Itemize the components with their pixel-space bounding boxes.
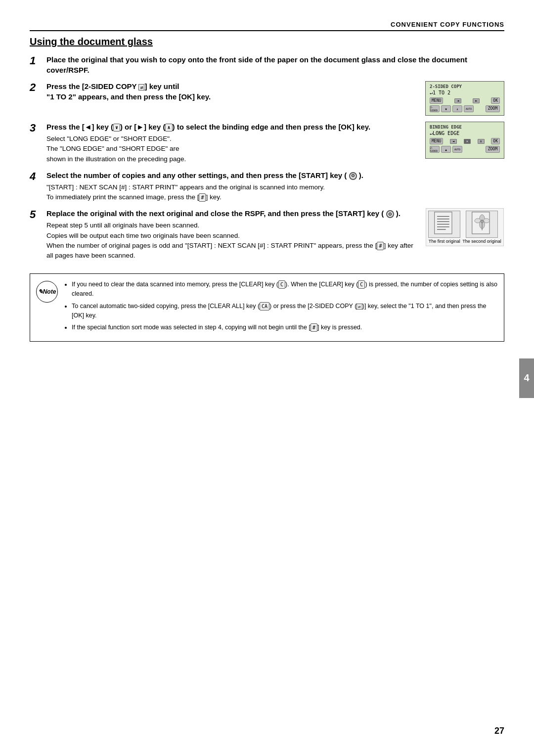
lcd2-ok-btn: OK	[491, 97, 500, 104]
svg-point-12	[481, 221, 483, 223]
lcd3-label: BINDING EDGE	[430, 125, 500, 130]
step-5-number: 5	[30, 208, 44, 221]
lcd2-btn3: ∧	[452, 105, 462, 112]
note-icon: ✎Note	[36, 281, 58, 303]
lcd3-right-btn: ✕	[464, 139, 471, 144]
step-3-bold: Press the [◄] key (∨) or [►] key (∧) to …	[46, 122, 420, 132]
step-1: 1 Place the original that you wish to co…	[30, 54, 504, 75]
lcd2-value: ↵1 TO 2	[430, 90, 500, 95]
step-4-content: Select the number of copies and any othe…	[44, 170, 504, 203]
chapter-tab: 4	[519, 358, 534, 398]
step-5-img-container: The first original	[426, 208, 504, 246]
step-5-text: Replace the original with the next origi…	[46, 208, 420, 261]
note-bullet-2: To cancel automatic two-sided copying, p…	[72, 302, 498, 320]
lcd3-up-btn: ∧	[478, 139, 485, 144]
note-box: ✎Note If you need to clear the data scan…	[30, 273, 504, 342]
step-1-bold: Place the original that you wish to copy…	[46, 54, 504, 75]
step-5-images: The first original	[425, 208, 504, 246]
header-title: CONVENIENT COPY FUNCTIONS	[391, 21, 504, 28]
svg-rect-0	[434, 212, 451, 234]
lcd3-value: ↵LONG EDGE	[430, 131, 500, 136]
step-5-bold: Replace the original with the next origi…	[46, 208, 420, 219]
lcd2-btn4: AUTO	[464, 105, 474, 112]
step-1-number: 1	[30, 54, 44, 67]
page-header: CONVENIENT COPY FUNCTIONS	[30, 20, 504, 31]
step-2: 2 Press the [2-SIDED COPY ⇌] key until "…	[30, 81, 504, 116]
lcd3-btn2: ▲	[441, 146, 451, 153]
step-2-content: Press the [2-SIDED COPY ⇌] key until "1 …	[44, 81, 504, 116]
second-original-label: The second original	[462, 239, 501, 244]
lcd2-btn2: ▼	[441, 105, 451, 112]
step-2-number: 2	[30, 81, 44, 94]
step-4: 4 Select the number of copies and any ot…	[30, 170, 504, 203]
lcd2-label: 2-SIDED COPY	[430, 84, 500, 89]
lcd2-btn1: 2-SIDED	[430, 105, 440, 112]
step-3-content: Press the [◄] key (∨) or [►] key (∧) to …	[44, 122, 504, 164]
step-5-normal: Repeat step 5 until all originals have b…	[46, 221, 420, 261]
step-2-text: Press the [2-SIDED COPY ⇌] key until "1 …	[46, 81, 420, 102]
first-original-img	[428, 211, 460, 238]
section-title: Using the document glass	[30, 36, 504, 47]
lcd3-left-btn: ◄	[450, 139, 457, 144]
lcd2-left-btn: ◄	[454, 98, 461, 103]
second-original-img	[466, 211, 498, 238]
lcd3-menu-btn: MENU	[430, 138, 443, 144]
step-3-text: Press the [◄] key (∨) or [►] key (∧) to …	[46, 122, 420, 164]
note-bullet-1: If you need to clear the data scanned in…	[72, 280, 498, 299]
steps-container: 1 Place the original that you wish to co…	[30, 54, 504, 267]
note-content: If you need to clear the data scanned in…	[64, 280, 498, 335]
lcd3-btn1: 2-SIDED	[430, 146, 440, 153]
step-5: 5 Replace the original with the next ori…	[30, 208, 504, 261]
first-original-label: The first original	[429, 239, 460, 244]
step-5-content: Replace the original with the next origi…	[44, 208, 504, 261]
step-2-lcd: 2-SIDED COPY ↵1 TO 2 MENU ◄ ► OK 2-SIDED…	[425, 81, 504, 116]
note-icon-text: ✎Note	[38, 287, 56, 296]
step-3-normal: Select "LONG EDGE" or "SHORT EDGE". The …	[46, 134, 420, 164]
step-4-bold: Select the number of copies and any othe…	[46, 170, 504, 180]
step-2-bold: Press the [2-SIDED COPY ⇌] key until "1 …	[46, 81, 420, 102]
step-4-number: 4	[30, 170, 44, 183]
note-bullet-3: If the special function sort mode was se…	[72, 323, 498, 332]
page-number: 27	[494, 726, 504, 736]
lcd2-zoom-btn: ZOOM	[486, 105, 500, 112]
lcd2-right-btn: ►	[473, 98, 480, 103]
lcd3-btn3: AUTO	[452, 146, 462, 153]
step-3-lcd: BINDING EDGE ↵LONG EDGE MENU ◄ ✕ ∧ OK 2-…	[425, 122, 504, 159]
step-3-number: 3	[30, 122, 44, 134]
step-1-content: Place the original that you wish to copy…	[44, 54, 504, 75]
lcd2-menu-btn: MENU	[430, 97, 443, 104]
lcd3-ok-btn: OK	[491, 138, 500, 144]
step-4-normal: "[START] : NEXT SCAN [#] : START PRINT" …	[46, 182, 504, 203]
lcd3-zoom-btn: ZOOM	[486, 146, 500, 153]
step-3: 3 Press the [◄] key (∨) or [►] key (∧) t…	[30, 122, 504, 164]
